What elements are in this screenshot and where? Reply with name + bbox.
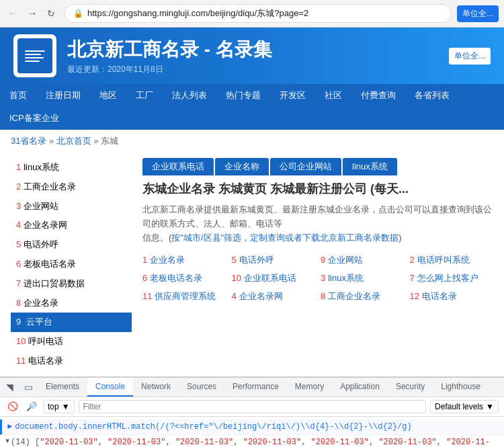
sidebar-item-qiye[interactable]: 3企业网站 — [11, 197, 132, 216]
sidebar-link-7[interactable]: 进出口贸易数据 — [24, 278, 85, 288]
nav-item-regdate[interactable]: 注册日期 — [36, 84, 90, 107]
link-2[interactable]: 电话呼叫系统 — [417, 255, 470, 265]
sidebar-item-hujiao[interactable]: 10呼叫电话 — [11, 332, 132, 352]
sidebar-link-3[interactable]: 企业网站 — [24, 201, 58, 211]
content-area: 1linux系统 2工商企业名录 3企业网站 4企业名录网 5电话外呼 6老板电… — [0, 153, 504, 376]
sidebar-link-4[interactable]: 企业名录网 — [24, 220, 67, 230]
link-4[interactable]: 企业名录网 — [239, 291, 283, 301]
link-num-11: 11 — [142, 291, 152, 301]
sidebar-link-8[interactable]: 企业名录 — [24, 298, 58, 308]
sidebar-item-yunpingtai[interactable]: 9 云平台 — [11, 313, 132, 332]
tab-performance[interactable]: Performance — [224, 378, 287, 397]
filter-link[interactable]: 按"城市/区县"筛选，定制查询或者下载北京新工商名录数据 — [171, 233, 398, 243]
console-prompt-arrow: ► — [7, 421, 12, 433]
array-preview-text: (14) ["2020-11-03", "2020-11-03", "2020-… — [11, 436, 499, 447]
back-button[interactable]: ← — [5, 5, 22, 22]
tab-sources[interactable]: Sources — [179, 378, 224, 397]
nav-item-region[interactable]: 地区 — [90, 84, 126, 107]
page-title: 东城企业名录 东城黄页 东城最新注册公司 (每天... — [142, 181, 493, 198]
logo-line-2 — [25, 54, 41, 55]
sidebar-item-dianhua2[interactable]: 11电话名录 — [11, 352, 132, 371]
site-logo — [13, 34, 56, 77]
link-num-5: 5 — [232, 255, 237, 265]
sidebar-item-minglu2[interactable]: 8企业名录 — [11, 294, 132, 313]
nav-item-community[interactable]: 社区 — [315, 84, 351, 107]
nav-item-legal[interactable]: 法人列表 — [163, 84, 216, 107]
tab-application[interactable]: Application — [332, 378, 388, 397]
link-7[interactable]: 怎么网上找客户 — [417, 273, 478, 283]
nav-item-factory[interactable]: 工厂 — [126, 84, 163, 107]
unit-button[interactable]: 单位全... — [449, 48, 491, 65]
sidebar-link-1[interactable]: linux系统 — [24, 162, 59, 172]
tab-lighthouse[interactable]: Lighthouse — [433, 378, 489, 397]
log-level-selector[interactable]: Default levels ▼ — [430, 400, 499, 413]
page-description: 北京新工商名录提供最新东城黄页、最新注册东城企业名录，点击公司可以直接查询到该公… — [142, 203, 493, 245]
link-num-1: 1 — [142, 255, 147, 265]
reload-button[interactable]: ↻ — [43, 5, 59, 22]
site-title: 北京新工商名录 - 名录集 — [67, 37, 438, 63]
nav-item-provinces[interactable]: 各省列表 — [405, 84, 459, 107]
devtools-toolbar: 🚫 🔎 top ▼ Default levels ▼ — [0, 397, 504, 417]
link-1[interactable]: 企业名录 — [150, 255, 185, 265]
nav-item-devzone[interactable]: 开发区 — [270, 84, 315, 107]
sidebar-item-minglu[interactable]: 4企业名录网 — [11, 216, 132, 235]
sidebar-link-2[interactable]: 工商企业名录 — [24, 181, 76, 192]
sidebar-link-5[interactable]: 电话外呼 — [24, 239, 58, 249]
sidebar-item-linux[interactable]: 1linux系统 — [11, 158, 132, 177]
link-5[interactable]: 电话外呼 — [239, 255, 274, 265]
breadcrumb-provinces[interactable]: 31省名录 — [11, 136, 46, 146]
address-bar[interactable]: 🔒 https://gongshang.mingluji.com/beijing… — [65, 4, 452, 23]
forward-button[interactable]: → — [24, 5, 40, 22]
tab-memory[interactable]: Memory — [287, 378, 332, 397]
tab-elements[interactable]: Elements — [38, 378, 87, 397]
nav-item-hot[interactable]: 热门专题 — [216, 84, 270, 107]
sidebar-item-gongshang[interactable]: 2工商企业名录 — [11, 177, 132, 197]
tab-contact[interactable]: 企业联系电话 — [142, 158, 214, 175]
context-selector[interactable]: top ▼ — [43, 400, 75, 413]
link-8[interactable]: 工商企业名录 — [328, 291, 380, 301]
tab-linux[interactable]: linux系统 — [343, 158, 397, 175]
array-expand-btn[interactable]: ▼ — [5, 436, 9, 446]
sidebar-num-9: 9 — [16, 317, 21, 327]
sidebar-link-11[interactable]: 电话名录 — [28, 356, 63, 366]
breadcrumb-beijing[interactable]: 北京首页 — [56, 136, 91, 146]
filter-toggle-btn[interactable]: 🔎 — [24, 399, 39, 414]
tab-network[interactable]: Network — [133, 378, 179, 397]
console-filter-input[interactable] — [79, 400, 426, 413]
top-right-button[interactable]: 单位全... — [457, 5, 499, 22]
link-num-10: 10 — [232, 273, 241, 283]
nav-item-home[interactable]: 首页 — [0, 84, 36, 107]
tab-name[interactable]: 企业名称 — [215, 158, 269, 175]
link-12[interactable]: 电话名录 — [422, 291, 457, 301]
link-num-3: 3 — [321, 273, 325, 283]
site-title-area: 北京新工商名录 - 名录集 最近更新：2020年11月8日 — [67, 37, 438, 75]
sidebar-item-laoban[interactable]: 6老板电话名录 — [11, 255, 132, 274]
sidebar-item-dianhua[interactable]: 5电话外呼 — [11, 235, 132, 255]
devtools-tabbar: ◥ ▭ Elements Console Network Sources Per… — [0, 378, 504, 397]
link-9[interactable]: 企业网站 — [328, 255, 363, 265]
tab-security[interactable]: Security — [388, 378, 433, 397]
address-text: https://gongshang.mingluji.com/beijing/d… — [87, 7, 443, 19]
link-6[interactable]: 老板电话名录 — [150, 273, 202, 283]
sidebar-item-trade[interactable]: 7进出口贸易数据 — [11, 274, 132, 294]
devtools-inspect-btn[interactable]: ◥ — [0, 378, 19, 397]
tab-console[interactable]: Console — [87, 378, 133, 397]
tab-website[interactable]: 公司企业网站 — [270, 158, 341, 175]
context-label: top — [48, 402, 59, 411]
links-grid: 1企业名录 5电话外呼 9企业网站 2电话呼叫系统 6老板电话名录 10企业联系… — [142, 252, 493, 304]
sidebar-link-6[interactable]: 老板电话名录 — [24, 259, 76, 269]
main-content: 企业联系电话 企业名称 公司企业网站 linux系统 东城企业名录 东城黄页 东… — [132, 158, 493, 371]
nav-item-payment[interactable]: 付费查询 — [351, 84, 405, 107]
sidebar-num-11: 11 — [16, 356, 26, 366]
link-item-12: 12电话名录 — [410, 288, 494, 304]
breadcrumb-sep1: » — [49, 136, 56, 146]
link-item-3: 3linux系统 — [321, 270, 405, 286]
link-item-7: 7怎么网上找客户 — [410, 270, 494, 286]
devtools-device-btn[interactable]: ▭ — [19, 378, 38, 397]
link-3[interactable]: linux系统 — [328, 273, 364, 283]
clear-console-btn[interactable]: 🚫 — [5, 399, 20, 414]
sidebar-link-10[interactable]: 呼叫电话 — [28, 336, 63, 346]
nav-item-icp[interactable]: ICP备案企业 — [0, 107, 69, 130]
link-11[interactable]: 供应商管理系统 — [155, 291, 216, 301]
link-10[interactable]: 企业联系电话 — [244, 273, 296, 283]
